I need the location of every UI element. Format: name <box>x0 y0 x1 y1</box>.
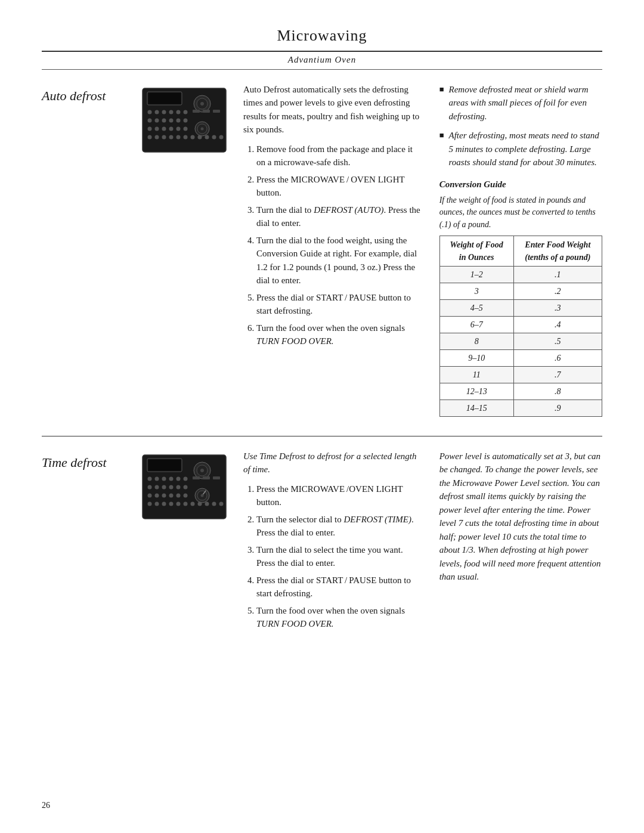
auto-defrost-intro: Auto Defrost automatically sets the defr… <box>243 83 423 137</box>
auto-defrost-section: Auto defrost <box>42 83 602 430</box>
auto-defrost-step-4: Turn the dial to the food weight, using … <box>256 234 423 287</box>
conversion-tenths: .9 <box>513 400 602 416</box>
svg-point-31 <box>155 135 159 139</box>
conversion-guide: Conversion Guide If the weight of food i… <box>439 178 602 417</box>
svg-point-65 <box>201 494 204 497</box>
auto-defrost-left: Auto Defrost automatically sets the defr… <box>243 83 423 417</box>
svg-point-66 <box>148 493 152 497</box>
svg-point-11 <box>184 110 188 114</box>
svg-point-60 <box>177 485 181 489</box>
svg-rect-13 <box>203 110 210 113</box>
conversion-tenths: .5 <box>513 333 602 349</box>
time-defrost-right: Power level is automatically set at 3, b… <box>439 450 602 634</box>
time-defrost-oven-image <box>140 453 233 525</box>
conversion-guide-note: If the weight of food is stated in pound… <box>439 194 602 231</box>
svg-point-18 <box>169 118 174 122</box>
section-divider <box>42 436 602 436</box>
conversion-table-row: 6–7.4 <box>439 316 602 333</box>
conversion-tenths: .3 <box>513 299 602 316</box>
auto-defrost-step-1: Remove food from the package and place i… <box>256 143 423 169</box>
svg-point-56 <box>148 485 152 489</box>
time-defrost-step-4: Press the dial or START / PAUSE button t… <box>256 574 423 600</box>
svg-point-47 <box>148 476 152 481</box>
auto-defrost-right: Remove defrosted meat or shield warm are… <box>439 83 602 417</box>
svg-rect-53 <box>193 476 200 479</box>
conversion-oz: 3 <box>439 283 513 299</box>
svg-point-80 <box>205 501 209 506</box>
conversion-oz: 6–7 <box>439 316 513 333</box>
auto-defrost-step-3: Turn the dial to DEFROST (AUTO). Press t… <box>256 203 423 230</box>
conversion-table-row: 4–5.3 <box>439 299 602 316</box>
svg-point-82 <box>219 501 224 506</box>
time-defrost-steps: Press the MICROWAVE /OVEN LIGHT button. … <box>256 482 423 631</box>
conversion-tenths: .1 <box>513 266 602 283</box>
svg-point-29 <box>184 126 188 131</box>
svg-point-28 <box>177 126 181 131</box>
svg-point-16 <box>155 118 159 122</box>
auto-defrost-step-2: Press the MICROWAVE / OVEN LIGHT button. <box>256 173 423 200</box>
conversion-table: Weight of Foodin Ounces Enter Food Weigh… <box>439 236 602 417</box>
svg-point-48 <box>155 476 159 481</box>
svg-rect-14 <box>213 110 220 113</box>
svg-point-73 <box>155 501 159 506</box>
svg-point-23 <box>201 127 204 130</box>
auto-defrost-label: Auto defrost <box>42 83 140 106</box>
conversion-oz: 9–10 <box>439 349 513 366</box>
conversion-table-row: 3.2 <box>439 283 602 299</box>
svg-point-26 <box>162 126 166 131</box>
svg-point-33 <box>169 135 174 139</box>
svg-point-69 <box>169 493 174 497</box>
svg-point-30 <box>148 135 152 139</box>
svg-point-9 <box>169 110 174 114</box>
conversion-table-row: 12–13.8 <box>439 383 602 400</box>
conversion-oz: 12–13 <box>439 383 513 400</box>
time-defrost-step-2: Turn the selector dial to DEFROST (TIME)… <box>256 513 423 540</box>
svg-point-76 <box>177 501 181 506</box>
time-defrost-right-text: Power level is automatically set at 3, b… <box>439 450 602 584</box>
conversion-tenths: .8 <box>513 383 602 400</box>
conversion-tenths: .4 <box>513 316 602 333</box>
svg-point-19 <box>177 118 181 122</box>
svg-point-24 <box>148 126 152 131</box>
conversion-table-row: 14–15.9 <box>439 400 602 416</box>
svg-point-59 <box>169 485 174 489</box>
svg-point-34 <box>177 135 181 139</box>
time-defrost-section: Time defrost <box>42 450 602 648</box>
page-header: Microwaving Advantium Oven <box>42 24 602 70</box>
svg-rect-12 <box>193 110 200 113</box>
svg-point-70 <box>177 493 181 497</box>
svg-rect-43 <box>148 460 181 470</box>
conversion-col1-header: Weight of Foodin Ounces <box>439 236 513 266</box>
conversion-oz: 14–15 <box>439 400 513 416</box>
conversion-table-row: 9–10.6 <box>439 349 602 366</box>
conversion-guide-title: Conversion Guide <box>439 178 602 191</box>
svg-point-57 <box>155 485 159 489</box>
svg-point-40 <box>219 135 224 139</box>
time-defrost-step-3: Turn the dial to select the time you wan… <box>256 543 423 570</box>
svg-point-52 <box>184 476 188 481</box>
auto-defrost-step-5: Press the dial or START / PAUSE button t… <box>256 291 423 318</box>
svg-point-77 <box>184 501 188 506</box>
svg-point-67 <box>155 493 159 497</box>
conversion-table-row: 1–2.1 <box>439 266 602 283</box>
svg-point-17 <box>162 118 166 122</box>
time-defrost-step-5: Turn the food over when the oven signals… <box>256 604 423 631</box>
page-number: 26 <box>42 799 50 812</box>
svg-point-61 <box>184 485 188 489</box>
auto-defrost-content: Auto Defrost automatically sets the defr… <box>243 83 602 417</box>
svg-point-39 <box>212 135 216 139</box>
svg-point-25 <box>155 126 159 131</box>
svg-point-37 <box>198 135 202 139</box>
svg-point-6 <box>148 110 152 114</box>
svg-point-7 <box>155 110 159 114</box>
conversion-oz: 4–5 <box>439 299 513 316</box>
svg-point-32 <box>162 135 166 139</box>
svg-point-49 <box>162 476 166 481</box>
auto-defrost-steps: Remove food from the package and place i… <box>256 143 423 348</box>
svg-point-74 <box>162 501 166 506</box>
time-defrost-content: Use Time Defrost to defrost for a select… <box>243 450 602 634</box>
conversion-table-row: 8.5 <box>439 333 602 349</box>
svg-point-8 <box>162 110 166 114</box>
svg-rect-54 <box>203 476 210 479</box>
auto-defrost-bullet-2: After defrosting, most meats need to sta… <box>439 129 602 169</box>
